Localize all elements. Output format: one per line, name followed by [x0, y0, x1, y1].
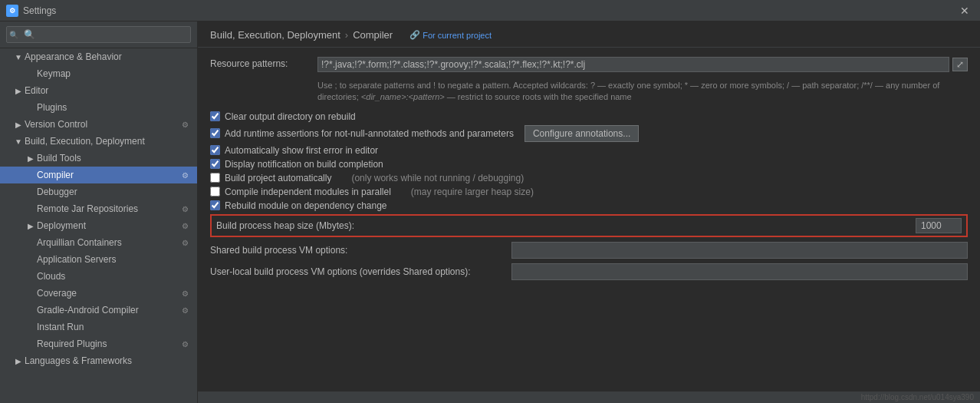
sidebar-item-label: Languages & Frameworks: [25, 355, 191, 366]
title-bar: ⚙ Settings ✕: [0, 0, 980, 21]
settings-icon: ⚙: [6, 5, 18, 17]
sidebar-item-build-execution-deployment[interactable]: ▼ Build, Execution, Deployment: [0, 133, 197, 150]
resource-patterns-label: Resource patterns:: [210, 57, 317, 69]
configure-annotations-button[interactable]: Configure annotations...: [525, 125, 639, 142]
sidebar-item-application-servers[interactable]: Application Servers: [0, 251, 197, 268]
checkbox-row-rebuild-module: Rebuild module on dependency change: [210, 200, 968, 211]
build-automatically-note: (only works while not running / debuggin…: [351, 173, 524, 183]
checkbox-label-add-assertions[interactable]: Add runtime assertions for not-null-anno…: [225, 128, 514, 139]
breadcrumb-separator: ›: [345, 29, 348, 41]
sidebar-item-label: Deployment: [37, 220, 179, 231]
sidebar-item-editor[interactable]: ▶ Editor: [0, 82, 197, 99]
watermark-text: httpd://blog.csdn.net/u014sya390: [861, 393, 974, 401]
checkbox-label-rebuild-module[interactable]: Rebuild module on dependency change: [225, 200, 387, 211]
checkbox-row-add-assertions: Add runtime assertions for not-null-anno…: [210, 125, 968, 142]
shared-vm-input[interactable]: [511, 242, 968, 259]
user-local-vm-label: User-local build process VM options (ove…: [210, 266, 511, 277]
sidebar-item-label: Appearance & Behavior: [25, 51, 191, 62]
sidebar-item-label: Build, Execution, Deployment: [25, 136, 191, 147]
sidebar-item-label: Version Control: [25, 119, 179, 130]
sidebar-item-label: Clouds: [37, 271, 191, 282]
sidebar-item-label: Remote Jar Repositories: [37, 203, 179, 214]
sidebar-item-debugger[interactable]: Debugger: [0, 183, 197, 200]
checkbox-row-clear-output: Clear output directory on rebuild: [210, 111, 968, 122]
search-box: [0, 21, 197, 48]
sidebar-item-arquillian-containers[interactable]: Arquillian Containers ⚙: [0, 234, 197, 251]
sidebar-item-label: Arquillian Containers: [37, 237, 179, 248]
sidebar-item-keymap[interactable]: Keymap: [0, 65, 197, 82]
checkbox-clear-output[interactable]: [210, 111, 220, 121]
sidebar-item-compiler[interactable]: Compiler ⚙: [0, 167, 197, 183]
sidebar-item-remote-jar-repositories[interactable]: Remote Jar Repositories ⚙: [0, 200, 197, 217]
checkbox-label-compile-independent[interactable]: Compile independent modules in parallel: [225, 187, 391, 197]
sidebar-item-required-plugins[interactable]: Required Plugins ⚙: [0, 335, 197, 352]
arrow-icon: ▼: [12, 137, 25, 146]
search-wrapper: [6, 26, 191, 43]
shared-vm-label: Shared build process VM options:: [210, 245, 511, 256]
user-local-vm-row: User-local build process VM options (ove…: [210, 263, 968, 280]
sidebar-item-deployment[interactable]: ▶ Deployment ⚙: [0, 217, 197, 234]
sidebar-item-plugins[interactable]: Plugins: [0, 99, 197, 116]
resource-patterns-input[interactable]: [317, 57, 949, 72]
config-icon: ⚙: [179, 306, 191, 315]
sidebar-item-appearance-behavior[interactable]: ▼ Appearance & Behavior: [0, 48, 197, 65]
checkbox-row-compile-independent: Compile independent modules in parallel …: [210, 187, 968, 197]
arrow-icon: ▶: [12, 87, 25, 95]
hint-text-content: Use ; to separate patterns and ! to nega…: [317, 81, 939, 101]
checkbox-build-automatically[interactable]: [210, 173, 220, 183]
sidebar-item-label: Keymap: [37, 68, 191, 79]
checkbox-label-display-notification[interactable]: Display notification on build completion: [225, 159, 383, 170]
checkbox-label-auto-show-error[interactable]: Automatically show first error in editor: [225, 145, 378, 156]
checkbox-compile-independent[interactable]: [210, 187, 220, 197]
sidebar-item-label: Gradle-Android Compiler: [37, 305, 179, 315]
close-button[interactable]: ✕: [955, 3, 974, 18]
config-icon: ⚙: [179, 289, 191, 298]
sidebar-item-coverage[interactable]: Coverage ⚙: [0, 285, 197, 302]
checkbox-row-display-notification: Display notification on build completion: [210, 159, 968, 170]
link-icon: 🔗: [409, 30, 420, 40]
shared-vm-row: Shared build process VM options:: [210, 242, 968, 259]
sidebar-item-build-tools[interactable]: ▶ Build Tools: [0, 150, 197, 167]
project-link-label: For current project: [423, 31, 492, 40]
project-link[interactable]: 🔗 For current project: [409, 30, 492, 40]
breadcrumb: Build, Execution, Deployment › Compiler …: [198, 21, 980, 48]
config-icon: ⚙: [179, 239, 191, 247]
sidebar-item-label: Compiler: [37, 170, 179, 180]
sidebar-item-label: Application Servers: [37, 254, 191, 265]
sidebar-item-label: Debugger: [37, 187, 191, 197]
sidebar-item-languages-frameworks[interactable]: ▶ Languages & Frameworks: [0, 352, 197, 369]
sidebar-item-label: Coverage: [37, 288, 179, 299]
sidebar-item-version-control[interactable]: ▶ Version Control ⚙: [0, 116, 197, 133]
sidebar-item-gradle-android-compiler[interactable]: Gradle-Android Compiler ⚙: [0, 302, 197, 319]
arrow-icon: ▶: [12, 357, 25, 365]
checkbox-display-notification[interactable]: [210, 159, 220, 169]
title-bar-title: Settings: [23, 5, 56, 16]
checkbox-row-auto-show-error: Automatically show first error in editor: [210, 145, 968, 156]
arrow-icon: ▼: [12, 53, 25, 61]
checkbox-row-build-automatically: Build project automatically (only works …: [210, 173, 968, 183]
checkbox-label-build-automatically[interactable]: Build project automatically: [225, 173, 331, 183]
search-input[interactable]: [6, 26, 191, 43]
heap-size-row: Build process heap size (Mbytes):: [210, 214, 968, 237]
checkbox-add-assertions[interactable]: [210, 128, 220, 138]
user-local-vm-input[interactable]: [511, 263, 968, 280]
checkbox-rebuild-module[interactable]: [210, 200, 220, 210]
content-area: Build, Execution, Deployment › Compiler …: [198, 21, 980, 403]
sidebar-item-label: Plugins: [37, 102, 191, 113]
checkbox-auto-show-error[interactable]: [210, 145, 220, 155]
sidebar-item-instant-run[interactable]: Instant Run: [0, 319, 197, 335]
main-layout: ▼ Appearance & Behavior Keymap ▶ Editor …: [0, 21, 980, 403]
heap-size-label: Build process heap size (Mbytes):: [216, 220, 916, 231]
checkbox-label-clear-output[interactable]: Clear output directory on rebuild: [225, 111, 356, 122]
arrow-icon: ▶: [25, 222, 37, 230]
sidebar-item-label: Build Tools: [37, 153, 191, 164]
compile-independent-note: (may require larger heap size): [411, 187, 534, 197]
breadcrumb-current: Compiler: [353, 29, 393, 41]
sidebar-item-label: Required Plugins: [37, 339, 179, 349]
resource-expand-button[interactable]: ⤢: [952, 58, 968, 71]
breadcrumb-section: Build, Execution, Deployment: [210, 29, 340, 41]
sidebar-item-clouds[interactable]: Clouds: [0, 268, 197, 285]
heap-size-input[interactable]: [916, 218, 962, 233]
content-body: Resource patterns: ⤢ Use ; to separate p…: [198, 48, 980, 391]
resource-patterns-row: Resource patterns: ⤢: [210, 57, 968, 75]
